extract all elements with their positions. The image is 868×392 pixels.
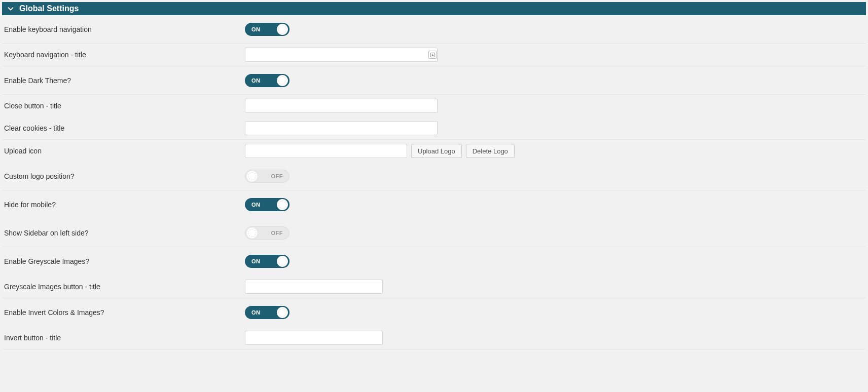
- toggle-greyscale[interactable]: ON OFF: [245, 255, 290, 268]
- toggle-knob: [246, 171, 258, 182]
- row-custom-logo-pos: Custom logo position? ON OFF: [2, 162, 866, 190]
- label-invert-title: Invert button - title: [4, 334, 245, 342]
- label-sidebar-left: Show Sidebar on left side?: [4, 229, 245, 237]
- upload-logo-button[interactable]: Upload Logo: [411, 144, 462, 158]
- row-close-button-title: Close button - title: [2, 95, 866, 117]
- row-hide-mobile: Hide for mobile? ON OFF: [2, 190, 866, 219]
- row-upload-icon: Upload icon Upload Logo Delete Logo: [2, 140, 866, 162]
- toggle-knob: [246, 227, 258, 239]
- panel-title: Global Settings: [19, 4, 79, 13]
- toggle-knob: [277, 307, 288, 318]
- row-invert-title: Invert button - title: [2, 327, 866, 349]
- toggle-enable-dark[interactable]: ON OFF: [245, 74, 290, 87]
- label-clear-cookies-title: Clear cookies - title: [4, 124, 245, 132]
- label-custom-logo-pos: Custom logo position?: [4, 172, 245, 180]
- settings-panel: Global Settings Enable keyboard navigati…: [2, 2, 866, 349]
- toggle-enable-keyboard[interactable]: ON OFF: [245, 23, 290, 36]
- toggle-knob: [277, 199, 288, 210]
- toggle-on-text: ON: [251, 202, 261, 208]
- input-clear-cookies-title[interactable]: [245, 121, 438, 135]
- label-upload-icon: Upload icon: [4, 147, 245, 155]
- row-enable-dark: Enable Dark Theme? ON OFF: [2, 66, 866, 95]
- toggle-knob: [277, 256, 288, 267]
- input-keyboard-title[interactable]: [245, 48, 438, 62]
- toggle-custom-logo-pos[interactable]: ON OFF: [245, 170, 290, 183]
- row-sidebar-left: Show Sidebar on left side? ON OFF: [2, 219, 866, 247]
- input-upload-icon[interactable]: [245, 144, 407, 158]
- label-keyboard-title: Keyboard navigation - title: [4, 51, 245, 59]
- toggle-knob: [277, 24, 288, 35]
- toggle-off-text: OFF: [271, 230, 283, 236]
- toggle-knob: [277, 75, 288, 86]
- input-invert-title[interactable]: [245, 331, 383, 345]
- row-keyboard-title: Keyboard navigation - title: [2, 44, 866, 66]
- chevron-down-icon: [7, 5, 14, 12]
- toggle-off-text: OFF: [271, 173, 283, 179]
- toggle-sidebar-left[interactable]: ON OFF: [245, 226, 290, 240]
- toggle-on-text: ON: [251, 77, 261, 84]
- label-hide-mobile: Hide for mobile?: [4, 201, 245, 209]
- row-clear-cookies-title: Clear cookies - title: [2, 117, 866, 140]
- toggle-hide-mobile[interactable]: ON OFF: [245, 198, 290, 211]
- row-greyscale-title: Greyscale Images button - title: [2, 276, 866, 298]
- label-greyscale-title: Greyscale Images button - title: [4, 283, 245, 291]
- label-invert: Enable Invert Colors & Images?: [4, 308, 245, 317]
- label-enable-keyboard: Enable keyboard navigation: [4, 25, 245, 33]
- row-invert: Enable Invert Colors & Images? ON OFF: [2, 298, 866, 327]
- toggle-invert[interactable]: ON OFF: [245, 306, 290, 319]
- label-greyscale: Enable Greyscale Images?: [4, 257, 245, 265]
- label-enable-dark: Enable Dark Theme?: [4, 76, 245, 85]
- panel-header[interactable]: Global Settings: [2, 2, 866, 15]
- toggle-on-text: ON: [251, 26, 261, 32]
- toggle-on-text: ON: [251, 258, 261, 264]
- row-greyscale: Enable Greyscale Images? ON OFF: [2, 247, 866, 276]
- delete-logo-button[interactable]: Delete Logo: [466, 144, 515, 158]
- label-close-button-title: Close button - title: [4, 102, 245, 110]
- toggle-on-text: ON: [251, 309, 261, 316]
- input-greyscale-title[interactable]: [245, 280, 383, 294]
- row-enable-keyboard: Enable keyboard navigation ON OFF: [2, 15, 866, 44]
- input-close-button-title[interactable]: [245, 99, 438, 113]
